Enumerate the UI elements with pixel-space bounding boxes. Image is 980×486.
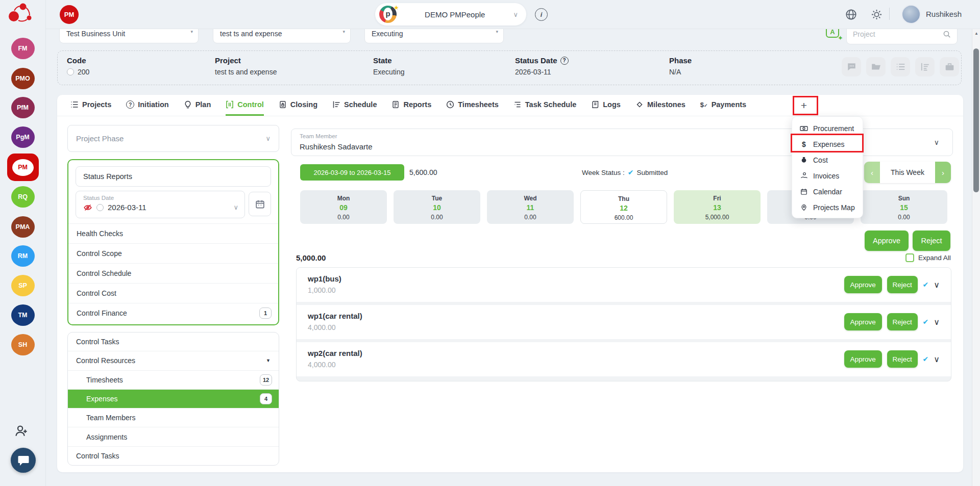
caret-icon: ▾ [496,29,498,34]
help-circle-icon: ? [126,100,134,109]
sidebar-role-pma[interactable]: PMA [11,216,35,238]
chevron-down-icon[interactable]: ∨ [934,280,940,290]
status-reports-header[interactable]: Status Reports [76,166,271,187]
list-icon[interactable] [891,57,910,76]
approve-button[interactable]: Approve [844,276,882,293]
sidebar-role-pfm[interactable]: PfM [11,97,35,118]
day-cell-fri[interactable]: Fri135,000.00 [674,190,761,224]
day-cell-mon[interactable]: Mon090.00 [300,190,387,224]
menu-item-procurement[interactable]: Procurement [792,120,863,136]
sidebar-role-fm[interactable]: FM [11,38,35,59]
week-status: Week Status : ✔ Submitted [582,168,668,176]
expand-all-control[interactable]: Expand All [905,253,951,262]
star-icon: ★ [394,4,399,11]
calendar-picker-button[interactable] [249,192,271,216]
organization-selector[interactable]: ★ DEMO PMPeople ∨ [375,3,526,25]
day-cell-sun[interactable]: Sun150.00 [861,190,947,224]
panel-item-control-finance[interactable]: Control Finance 1 [68,303,278,323]
tab-timesheets[interactable]: Timesheets [446,95,499,116]
expand-all-checkbox[interactable] [905,253,914,262]
approve-button[interactable]: Approve [844,350,882,368]
tab-milestones[interactable]: Milestones [635,95,685,116]
chat-bubble-icon[interactable] [11,448,36,473]
check-icon: ✔ [923,318,929,326]
sidebar-role-rm[interactable]: RM [11,245,35,267]
panel-item-control-tasks-2[interactable]: Control Tasks [68,446,279,465]
reject-button[interactable]: Reject [887,276,918,293]
panel-item-control-schedule[interactable]: Control Schedule [68,263,278,283]
selected-day-total: 5,000.00 [296,253,326,262]
panel-item-control-resources[interactable]: Control Resources ▼ [68,351,279,370]
clock-icon [446,100,454,109]
menu-item-invoices[interactable]: Invoices [792,168,863,184]
panel-item-team-members[interactable]: Team Members [68,408,279,427]
folder-open-icon[interactable] [866,57,886,76]
sidebar-role-pgm[interactable]: PgM [11,126,35,148]
user-avatar[interactable] [901,5,921,24]
reject-button[interactable]: Reject [887,313,918,330]
info-icon[interactable]: i [535,8,548,21]
info-field-project: Project test ts and expense [215,56,277,76]
sidebar-role-rq[interactable]: RQ [11,186,35,208]
tab-reports[interactable]: Reports [391,95,431,116]
tab-control[interactable]: Control [226,95,264,116]
project-phase-select[interactable]: Project Phase ∨ [67,125,279,152]
status-reports-section: Status Reports Status Date 2026-03-11 ∨ … [67,159,279,325]
info-field-state: State Executing [373,56,404,76]
tab-projects[interactable]: Projects [70,95,111,116]
approve-button[interactable]: Approve [844,313,882,330]
chevron-down-icon[interactable]: ∨ [934,354,940,364]
chevron-down-icon[interactable]: ∨ [934,317,940,327]
reject-week-button[interactable]: Reject [913,231,950,251]
sidebar-role-pmo[interactable]: PMO [11,68,35,89]
next-week-button[interactable]: › [935,162,951,183]
radio-icon[interactable] [67,68,74,75]
panel-item-control-tasks[interactable]: Control Tasks [68,332,279,351]
tab-bar: Projects ? Initiation Plan Control Closi… [57,95,963,116]
panel-item-expenses-active[interactable]: Expenses 4 [68,389,279,408]
sidebar-role-tm[interactable]: TM [11,304,35,326]
panel-item-timesheets[interactable]: Timesheets 12 [68,370,279,389]
panel-item-control-cost[interactable]: Control Cost [68,283,278,303]
radio-icon[interactable] [96,204,104,211]
day-cell-tue[interactable]: Tue100.00 [394,190,480,224]
panel-item-assignments[interactable]: Assignments [68,427,279,446]
menu-item-expenses[interactable]: $ Expenses [792,136,863,152]
approve-week-button[interactable]: Approve [865,231,909,251]
add-tab-button[interactable]: + [797,98,811,113]
globe-icon[interactable] [845,9,857,20]
tab-payments[interactable]: $✓ Payments [700,95,746,116]
scroll-up-icon[interactable]: ▲ [974,31,978,36]
status-date-select[interactable]: Status Date 2026-03-11 ∨ [76,191,245,218]
day-cell-thu[interactable]: Thu12600.00 [580,190,667,224]
chat-icon[interactable] [842,57,861,76]
page-scrollbar[interactable]: ▲ [972,29,980,486]
reject-button[interactable]: Reject [887,350,918,368]
caret-icon: ▾ [190,29,193,34]
panel-item-health-checks[interactable]: Health Checks [68,223,278,243]
help-icon[interactable]: ? [560,57,569,65]
this-week-label[interactable]: This Week [880,162,935,183]
briefcase-icon[interactable] [940,57,959,76]
gear-icon[interactable] [871,9,883,20]
tab-initiation[interactable]: ? Initiation [126,95,168,116]
person-add-icon[interactable] [14,424,29,438]
user-name[interactable]: Rushikesh [926,10,962,18]
menu-item-calendar[interactable]: Calendar [792,184,863,199]
check-icon: ✔ [923,280,929,289]
day-cell-wed[interactable]: Wed110.00 [487,190,574,224]
tree-icon[interactable] [915,57,935,76]
panel-item-control-scope[interactable]: Control Scope [68,243,278,263]
tab-task-schedule[interactable]: Task Schedule [513,95,576,116]
tab-plan[interactable]: Plan [184,95,211,116]
tab-schedule[interactable]: Schedule [332,95,377,116]
sidebar-role-sp[interactable]: SP [11,275,35,296]
menu-item-projects-map[interactable]: Projects Map [792,199,863,215]
menu-item-cost[interactable]: Cost [792,152,863,168]
scrollbar-thumb[interactable] [973,48,979,192]
tab-logs[interactable]: Logs [591,95,621,116]
tab-closing[interactable]: Closing [279,95,317,116]
sidebar-role-pm-active[interactable]: PM [7,154,39,181]
sidebar-role-sh[interactable]: SH [11,334,35,355]
prev-week-button[interactable]: ‹ [864,162,880,183]
